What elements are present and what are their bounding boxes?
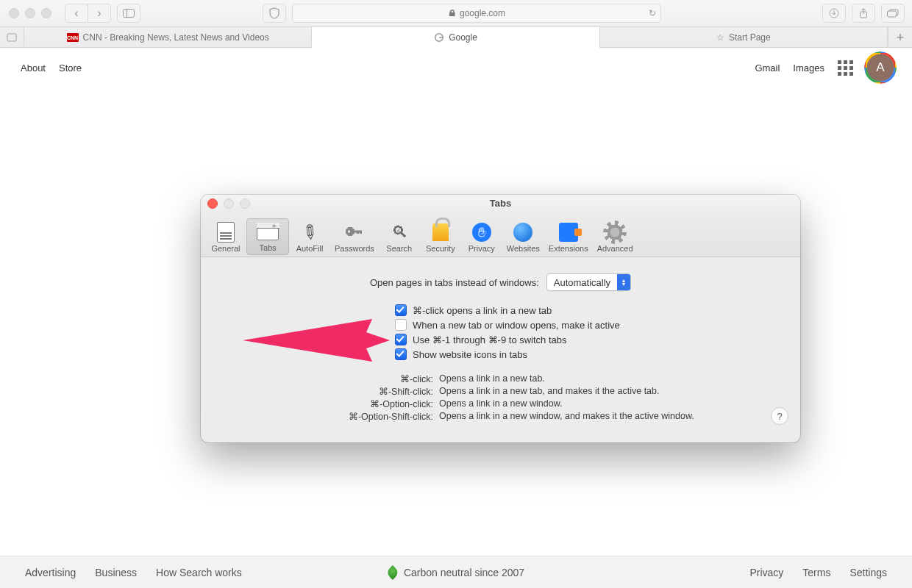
pref-tab-websites[interactable]: Websites: [502, 220, 544, 255]
footer-privacy[interactable]: Privacy: [749, 567, 783, 578]
open-pages-label: Open pages in tabs instead of windows:: [370, 277, 539, 288]
open-pages-row: Open pages in tabs instead of windows: A…: [215, 273, 785, 291]
new-tab-button[interactable]: +: [888, 27, 912, 48]
check-cmd-click[interactable]: ⌘-click opens a link in a new tab: [395, 304, 785, 316]
shield-icon: [269, 7, 279, 19]
download-icon: [829, 8, 839, 18]
show-sidebar-button[interactable]: [117, 4, 140, 23]
back-button[interactable]: ‹: [65, 4, 88, 23]
help-button[interactable]: ?: [771, 407, 788, 425]
pref-zoom-icon[interactable]: [240, 198, 250, 209]
forward-button[interactable]: ›: [88, 4, 111, 23]
tab-cnn[interactable]: CNN CNN - Breaking News, Latest News and…: [24, 27, 312, 48]
pencil-icon: ✎: [294, 217, 325, 248]
pref-tab-label: Tabs: [259, 243, 276, 252]
checkbox-icon: [395, 348, 407, 360]
checkbox-group: ⌘-click opens a link in a new tab When a…: [395, 304, 785, 360]
minimize-window-icon[interactable]: [25, 8, 35, 18]
show-tabs-button[interactable]: [881, 4, 905, 23]
checkbox-icon: [395, 334, 407, 345]
tab-google[interactable]: Google: [312, 27, 599, 48]
leaf-icon: [385, 565, 400, 580]
share-button[interactable]: [852, 4, 875, 23]
maximize-window-icon[interactable]: [41, 8, 51, 18]
tab-label: Google: [449, 32, 477, 43]
about-link[interactable]: About: [21, 62, 46, 74]
tabs-icon: [257, 223, 279, 240]
close-window-icon[interactable]: [9, 8, 19, 18]
account-avatar[interactable]: A: [866, 54, 894, 82]
share-icon: [859, 8, 868, 18]
svg-rect-5: [888, 11, 897, 17]
pref-tab-autofill[interactable]: ✎AutoFill: [289, 220, 330, 255]
check-label: Use ⌘-1 through ⌘-9 to switch tabs: [413, 334, 567, 345]
address-bar[interactable]: 🔒︎ google.com ↻: [292, 4, 661, 23]
pref-tab-privacy[interactable]: ✋︎Privacy: [461, 220, 502, 255]
select-value: Automatically: [547, 277, 617, 288]
images-link[interactable]: Images: [793, 62, 824, 74]
shortcut-hints: ⌘-click:Opens a link in a new tab. ⌘-Shi…: [215, 373, 785, 422]
pref-tab-passwords[interactable]: 🔑︎Passwords: [330, 220, 379, 255]
lock-icon: 🔒︎: [448, 8, 457, 18]
check-cmd-1-9[interactable]: Use ⌘-1 through ⌘-9 to switch tabs: [395, 334, 785, 345]
google-apps-button[interactable]: [838, 60, 853, 76]
general-icon: [217, 222, 235, 243]
pref-traffic-lights: [207, 198, 250, 209]
padlock-icon: [432, 223, 449, 241]
footer-business[interactable]: Business: [95, 567, 137, 578]
star-icon: ☆: [716, 32, 724, 43]
check-label: ⌘-click opens a link in a new tab: [413, 305, 552, 316]
hint-key: ⌘-click:: [215, 373, 433, 384]
pinned-tab[interactable]: [0, 27, 24, 48]
checkbox-icon: [395, 319, 407, 331]
google-favicon-icon: [434, 32, 444, 43]
hint-value: Opens a link in a new window.: [439, 398, 785, 409]
pref-minimize-icon[interactable]: [224, 198, 234, 209]
hint-key: ⌘-Shift-click:: [215, 386, 433, 397]
chevron-up-down-icon: ▲▼: [617, 274, 630, 290]
downloads-button[interactable]: [822, 4, 846, 23]
gear-icon: [605, 223, 624, 242]
privacy-report-button[interactable]: [263, 4, 286, 23]
pref-tab-advanced[interactable]: Advanced: [593, 220, 638, 255]
footer-terms[interactable]: Terms: [802, 567, 830, 578]
check-label: Show website icons in tabs: [413, 349, 527, 360]
open-pages-select[interactable]: Automatically ▲▼: [546, 273, 631, 291]
hand-icon: ✋︎: [472, 223, 491, 242]
pref-tab-extensions[interactable]: Extensions: [544, 220, 593, 255]
tab-label: CNN - Breaking News, Latest News and Vid…: [83, 32, 269, 43]
toolbar-right: [822, 4, 905, 23]
footer-how-search-works[interactable]: How Search works: [156, 567, 242, 578]
pref-tab-label: Search: [386, 244, 412, 253]
pref-tab-security[interactable]: Security: [420, 220, 461, 255]
reload-icon[interactable]: ↻: [649, 8, 656, 18]
hint-key: ⌘-Option-click:: [215, 398, 433, 409]
avatar-letter: A: [876, 60, 884, 75]
preferences-title: Tabs: [490, 198, 511, 209]
hint-value: Opens a link in a new window, and makes …: [439, 411, 785, 422]
preferences-window: Tabs General Tabs ✎AutoFill 🔑︎Passwords …: [201, 195, 800, 442]
svg-rect-0: [124, 10, 135, 18]
store-link[interactable]: Store: [59, 62, 82, 74]
hint-value: Opens a link in a new tab, and makes it …: [439, 386, 785, 397]
gmail-link[interactable]: Gmail: [755, 62, 780, 74]
sidebar-icon: [123, 9, 135, 18]
check-label: When a new tab or window opens, make it …: [413, 320, 620, 331]
pref-tab-general[interactable]: General: [205, 220, 246, 255]
pref-tab-label: Extensions: [549, 244, 588, 253]
check-show-icons[interactable]: Show website icons in tabs: [395, 348, 785, 360]
check-make-active[interactable]: When a new tab or window opens, make it …: [395, 319, 785, 331]
hint-value: Opens a link in a new tab.: [439, 373, 785, 384]
pref-close-icon[interactable]: [207, 198, 218, 209]
pref-tab-search[interactable]: 🔍︎Search: [379, 220, 420, 255]
hint-key: ⌘-Option-Shift-click:: [215, 411, 433, 422]
google-footer: Advertising Business How Search works Ca…: [0, 556, 912, 588]
key-icon: 🔑︎: [343, 221, 366, 243]
pref-tab-tabs[interactable]: Tabs: [246, 218, 289, 255]
footer-settings[interactable]: Settings: [849, 567, 887, 578]
footer-carbon[interactable]: Carbon neutral since 2007: [404, 567, 524, 578]
titlebar: ‹ › 🔒︎ google.com ↻: [0, 0, 912, 26]
footer-advertising[interactable]: Advertising: [25, 567, 76, 578]
tab-startpage[interactable]: ☆ Start Page: [600, 27, 888, 48]
pref-tab-label: Security: [426, 244, 455, 253]
